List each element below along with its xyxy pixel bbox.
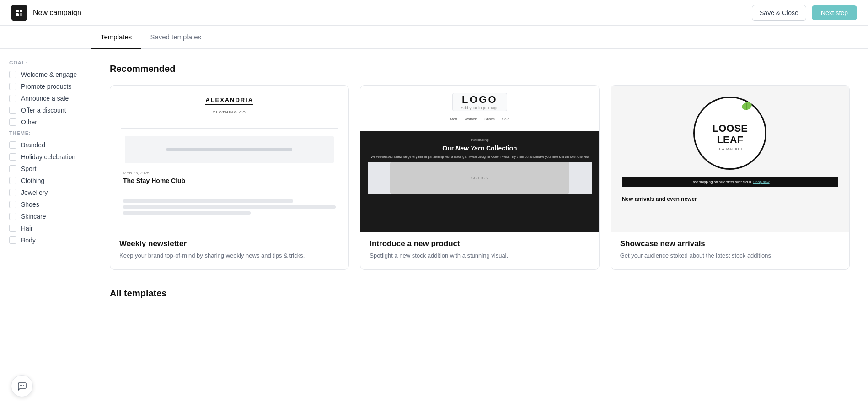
theme-label: THEME: bbox=[9, 130, 82, 136]
content-area: Recommended ALEXANDRIA CLOTHING CO MAR 2… bbox=[91, 49, 868, 408]
save-close-button[interactable]: Save & Close bbox=[752, 5, 806, 21]
card2-introducing: Introducing bbox=[368, 138, 591, 142]
filter-jewellery[interactable]: Jewellery bbox=[9, 189, 82, 196]
checkbox-shoes[interactable] bbox=[9, 201, 16, 208]
filter-other[interactable]: Other bbox=[9, 118, 82, 126]
preview-date: MAR 26, 2025 bbox=[123, 171, 336, 175]
nav-men: Men bbox=[450, 117, 457, 121]
filter-hair[interactable]: Hair bbox=[9, 225, 82, 232]
svg-point-6 bbox=[20, 385, 21, 386]
preview-line-1 bbox=[123, 199, 293, 203]
card2-header: LOGO Add your logo image Men Women Shoes… bbox=[360, 86, 599, 131]
card-desc-new-product: Spotlight a new stock addition with a st… bbox=[370, 251, 589, 260]
filter-body[interactable]: Body bbox=[9, 236, 82, 244]
all-templates-title: All templates bbox=[110, 288, 850, 299]
checkbox-promote-products[interactable] bbox=[9, 83, 16, 90]
preview-logo-sub-clothing: CLOTHING CO bbox=[213, 110, 246, 114]
checkbox-clothing[interactable] bbox=[9, 177, 16, 184]
checkbox-branded[interactable] bbox=[9, 141, 16, 149]
card-info-weekly-newsletter: Weekly newsletter Keep your brand top-of… bbox=[110, 232, 348, 269]
card3-banner-link: Shop now bbox=[753, 180, 770, 184]
leaf-icon bbox=[741, 102, 752, 111]
filter-label-body: Body bbox=[21, 236, 36, 244]
filter-promote-products[interactable]: Promote products bbox=[9, 83, 82, 90]
card2-dark-desc: We've released a new range of yarns in p… bbox=[368, 155, 591, 159]
card2-dark-title: Our New Yarn Collection bbox=[368, 145, 591, 152]
checkbox-offer-discount[interactable] bbox=[9, 107, 16, 114]
nav-shoes: Shoes bbox=[484, 117, 495, 121]
card2-img-placeholder: COTTON bbox=[368, 162, 591, 194]
nav-sale: Sale bbox=[502, 117, 509, 121]
filter-skincare[interactable]: Skincare bbox=[9, 213, 82, 220]
svg-rect-3 bbox=[20, 13, 22, 16]
sidebar: GOAL: Welcome & engage Promote products … bbox=[0, 49, 91, 408]
card-preview-new-arrivals: LOOSELEAF TEA MARKET Free shipping on al… bbox=[611, 86, 849, 232]
template-card-new-product[interactable]: LOGO Add your logo image Men Women Shoes… bbox=[360, 85, 599, 270]
chat-button[interactable] bbox=[11, 375, 33, 397]
filter-announce-sale[interactable]: Announce a sale bbox=[9, 95, 82, 102]
card-name-new-arrivals: Showcase new arrivals bbox=[620, 239, 840, 248]
card-name-new-product: Introduce a new product bbox=[370, 239, 589, 248]
preview-divider bbox=[123, 192, 336, 192]
preview-logo-alexandria: ALEXANDRIA bbox=[205, 97, 253, 105]
svg-point-7 bbox=[21, 385, 22, 386]
header-left: New campaign bbox=[11, 5, 81, 21]
svg-rect-1 bbox=[20, 10, 22, 12]
checkbox-announce-sale[interactable] bbox=[9, 95, 16, 102]
svg-rect-0 bbox=[16, 10, 19, 12]
card2-dark-section: Introducing Our New Yarn Collection We'v… bbox=[360, 131, 599, 232]
filter-label-promote-products: Promote products bbox=[21, 83, 72, 90]
filter-offer-discount[interactable]: Offer a discount bbox=[9, 107, 82, 114]
card3-brand-text: LOOSELEAF bbox=[713, 123, 748, 145]
filter-label-sport: Sport bbox=[21, 165, 36, 172]
filter-label-welcome-engage: Welcome & engage bbox=[21, 71, 77, 78]
card-preview-new-product: LOGO Add your logo image Men Women Shoes… bbox=[360, 86, 599, 232]
filter-label-hair: Hair bbox=[21, 225, 33, 232]
nav-women: Women bbox=[465, 117, 477, 121]
filter-shoes[interactable]: Shoes bbox=[9, 201, 82, 208]
recommended-title: Recommended bbox=[110, 64, 850, 74]
filter-label-shoes: Shoes bbox=[21, 201, 39, 208]
filter-label-offer-discount: Offer a discount bbox=[21, 107, 66, 114]
tab-saved-templates[interactable]: Saved templates bbox=[141, 26, 210, 49]
tab-templates[interactable]: Templates bbox=[91, 26, 141, 49]
checkbox-jewellery[interactable] bbox=[9, 189, 16, 196]
next-step-button[interactable]: Next step bbox=[812, 5, 857, 20]
checkbox-holiday-celebration[interactable] bbox=[9, 153, 16, 161]
filter-label-announce-sale: Announce a sale bbox=[21, 95, 69, 102]
filter-branded[interactable]: Branded bbox=[9, 141, 82, 149]
checkbox-sport[interactable] bbox=[9, 165, 16, 172]
card2-logo-box: LOGO Add your logo image bbox=[452, 93, 507, 111]
card3-circle: LOOSELEAF TEA MARKET bbox=[693, 97, 766, 170]
filter-label-holiday-celebration: Holiday celebration bbox=[21, 153, 75, 161]
card2-nav: Men Women Shoes Sale bbox=[370, 114, 589, 124]
preview-text-lines bbox=[123, 199, 336, 215]
checkbox-other[interactable] bbox=[9, 118, 16, 126]
filter-sport[interactable]: Sport bbox=[9, 165, 82, 172]
filter-label-branded: Branded bbox=[21, 141, 45, 149]
card-info-new-arrivals: Showcase new arrivals Get your audience … bbox=[611, 232, 849, 269]
filter-holiday-celebration[interactable]: Holiday celebration bbox=[9, 153, 82, 161]
svg-point-8 bbox=[23, 385, 24, 386]
filter-label-clothing: Clothing bbox=[21, 177, 44, 184]
tabs-bar: Templates Saved templates bbox=[0, 26, 868, 49]
filter-label-other: Other bbox=[21, 118, 37, 126]
checkbox-body[interactable] bbox=[9, 236, 16, 244]
checkbox-skincare[interactable] bbox=[9, 213, 16, 220]
template-card-new-arrivals[interactable]: LOOSELEAF TEA MARKET Free shipping on al… bbox=[611, 85, 850, 270]
card-preview-weekly-newsletter: ALEXANDRIA CLOTHING CO MAR 26, 2025 The … bbox=[110, 86, 348, 232]
filter-welcome-engage[interactable]: Welcome & engage bbox=[9, 71, 82, 78]
template-card-weekly-newsletter[interactable]: ALEXANDRIA CLOTHING CO MAR 26, 2025 The … bbox=[110, 85, 349, 270]
filter-clothing[interactable]: Clothing bbox=[9, 177, 82, 184]
svg-rect-2 bbox=[16, 13, 19, 16]
goal-filter-group: GOAL: Welcome & engage Promote products … bbox=[9, 60, 82, 126]
header: New campaign Save & Close Next step bbox=[0, 0, 868, 26]
checkbox-welcome-engage[interactable] bbox=[9, 71, 16, 78]
card3-banner: Free shipping on all orders over $200. S… bbox=[622, 177, 838, 187]
card-name-weekly-newsletter: Weekly newsletter bbox=[119, 239, 339, 248]
card-desc-new-arrivals: Get your audience stoked about the lates… bbox=[620, 251, 840, 260]
checkbox-hair[interactable] bbox=[9, 225, 16, 232]
preview-line-2 bbox=[123, 205, 336, 209]
app-logo bbox=[11, 5, 27, 21]
preview-line-3 bbox=[123, 211, 251, 215]
